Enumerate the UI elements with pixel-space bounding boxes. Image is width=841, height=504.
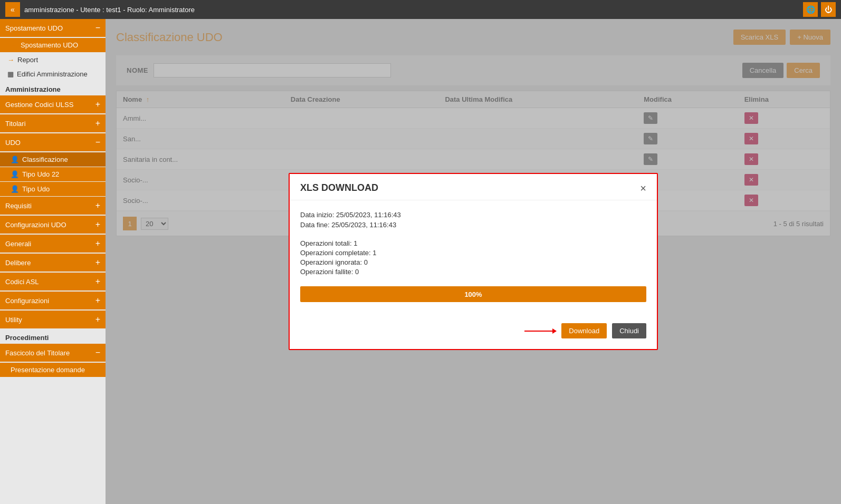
minus-icon: − bbox=[95, 348, 100, 357]
topbar-left: « amministrazione - Utente : test1 - Ruo… bbox=[5, 2, 195, 17]
sidebar-item-presentazione-domande[interactable]: Presentazione domande bbox=[0, 363, 106, 377]
modal-title: XLS DOWNLOAD bbox=[300, 182, 378, 193]
section-procedimenti: Procedimenti bbox=[0, 329, 106, 344]
operazioni-completate: Operazioni completate: 1 bbox=[300, 249, 646, 257]
modal-info: Data inizio: 25/05/2023, 11:16:43 Data f… bbox=[300, 211, 646, 229]
operazioni-fallite: Operazioni fallite: 0 bbox=[300, 268, 646, 276]
plus-icon: + bbox=[95, 258, 100, 267]
sidebar-btn-requisiti[interactable]: Requisiti + bbox=[0, 197, 106, 215]
plus-icon: + bbox=[95, 277, 100, 286]
sidebar-btn-spostamento-udo[interactable]: Spostamento UDO − bbox=[0, 19, 106, 37]
sidebar-item-tipo-udo[interactable]: 👤 Tipo Udo bbox=[0, 182, 106, 196]
chiudi-button[interactable]: Chiudi bbox=[612, 323, 646, 338]
minus-icon: − bbox=[95, 23, 100, 33]
sidebar-btn-udo[interactable]: UDO − bbox=[0, 133, 106, 151]
download-button[interactable]: Download bbox=[561, 323, 607, 338]
operazioni-ignorata: Operazioni ignorata: 0 bbox=[300, 258, 646, 266]
arrow-line bbox=[524, 331, 556, 332]
plus-icon: + bbox=[95, 119, 100, 128]
building-icon: ▦ bbox=[7, 70, 14, 78]
sidebar-btn-configurazioni[interactable]: Configurazioni + bbox=[0, 292, 106, 309]
globe-icon-button[interactable]: 🌐 bbox=[803, 2, 818, 17]
sidebar-item-tipo-udo-22[interactable]: 👤 Tipo Udo 22 bbox=[0, 167, 106, 181]
sidebar-btn-delibere[interactable]: Delibere + bbox=[0, 254, 106, 272]
power-icon-button[interactable]: ⏻ bbox=[821, 2, 836, 17]
progress-bar-fill: 100% bbox=[300, 286, 646, 302]
sidebar-btn-utility[interactable]: Utility + bbox=[0, 311, 106, 328]
plus-icon: + bbox=[95, 296, 100, 305]
operazioni-totali: Operazioni totali: 1 bbox=[300, 239, 646, 247]
progress-label: 100% bbox=[464, 290, 482, 298]
user-icon: 👤 bbox=[11, 156, 19, 163]
arrow-icon: → bbox=[7, 56, 14, 64]
section-amministrazione: Amministrazione bbox=[0, 81, 106, 95]
modal-footer: Download Chiudi bbox=[290, 323, 657, 349]
topbar: « amministrazione - Utente : test1 - Ruo… bbox=[0, 0, 841, 19]
data-fine: Data fine: 25/05/2023, 11:16:43 bbox=[300, 221, 646, 229]
modal-overlay: XLS DOWNLOAD × Data inizio: 25/05/2023, … bbox=[106, 19, 841, 504]
modal-close-button[interactable]: × bbox=[640, 183, 646, 193]
sidebar-btn-gestione-codici[interactable]: Gestione Codici ULSS + bbox=[0, 95, 106, 113]
sidebar-btn-codici-asl[interactable]: Codici ASL + bbox=[0, 273, 106, 290]
minus-icon: − bbox=[95, 138, 100, 147]
sidebar-btn-fascicolo-titolare[interactable]: Fascicolo del Titolare − bbox=[0, 344, 106, 362]
sidebar-btn-generali[interactable]: Generali + bbox=[0, 235, 106, 253]
modal-stats: Operazioni totali: 1 Operazioni completa… bbox=[300, 239, 646, 276]
arrow-indicator bbox=[524, 331, 556, 332]
topbar-title: amministrazione - Utente : test1 - Ruolo… bbox=[24, 6, 195, 14]
collapse-sidebar-button[interactable]: « bbox=[5, 2, 20, 17]
data-inizio: Data inizio: 25/05/2023, 11:16:43 bbox=[300, 211, 646, 219]
modal-body: Data inizio: 25/05/2023, 11:16:43 Data f… bbox=[290, 200, 657, 323]
layout: Spostamento UDO − → Spostamento UDO → Re… bbox=[0, 19, 841, 504]
sidebar-btn-configurazioni-udo[interactable]: Configurazioni UDO + bbox=[0, 216, 106, 234]
user-icon: 👤 bbox=[11, 170, 19, 178]
progress-bar-wrapper: 100% bbox=[300, 286, 646, 302]
user-icon: 👤 bbox=[11, 185, 19, 193]
sidebar: Spostamento UDO − → Spostamento UDO → Re… bbox=[0, 19, 106, 504]
sidebar-item-spostamento-udo[interactable]: → Spostamento UDO bbox=[0, 38, 106, 52]
plus-icon: + bbox=[95, 201, 100, 210]
plus-icon: + bbox=[95, 100, 100, 109]
sidebar-link-edifici[interactable]: ▦ Edifici Amministrazione bbox=[0, 67, 106, 81]
sidebar-btn-titolari[interactable]: Titolari + bbox=[0, 114, 106, 132]
sidebar-link-report[interactable]: → Report bbox=[0, 53, 106, 67]
sidebar-item-classificazione[interactable]: 👤 Classificazione bbox=[0, 152, 106, 167]
modal-header: XLS DOWNLOAD × bbox=[290, 174, 657, 200]
topbar-icons: 🌐 ⏻ bbox=[803, 2, 836, 17]
arrow-icon: → bbox=[11, 41, 17, 49]
main-content: Classificazione UDO Scarica XLS + Nuova … bbox=[106, 19, 841, 504]
xls-download-modal: XLS DOWNLOAD × Data inizio: 25/05/2023, … bbox=[289, 173, 658, 350]
plus-icon: + bbox=[95, 239, 100, 248]
plus-icon: + bbox=[95, 220, 100, 229]
plus-icon: + bbox=[95, 315, 100, 324]
